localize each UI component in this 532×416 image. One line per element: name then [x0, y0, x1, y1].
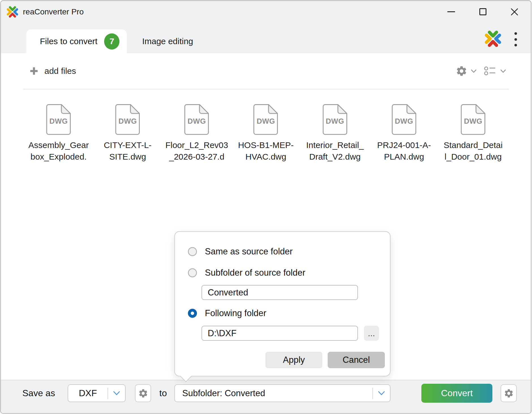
file-type-label: DWG — [184, 117, 209, 126]
file-type-label: DWG — [253, 117, 278, 126]
file-type-label: DWG — [115, 117, 140, 126]
file-item[interactable]: DWG Floor_L2_Rev03 _2026-03-27.d — [163, 104, 230, 162]
dwg-file-icon: DWG — [46, 104, 71, 135]
file-name: Floor_L2_Rev03 _2026-03-27.d — [165, 139, 228, 162]
file-item[interactable]: DWG CITY-EXT-L- SITE.dwg — [94, 104, 161, 162]
list-view-icon — [484, 66, 497, 76]
dwg-file-icon: DWG — [322, 104, 348, 135]
file-type-label: DWG — [460, 117, 486, 126]
file-item[interactable]: DWG Standard_Detai l_Door_01.dwg — [440, 104, 507, 162]
dwg-file-icon: DWG — [184, 104, 209, 135]
to-label: to — [159, 384, 167, 402]
files-toolbar: add files — [1, 53, 531, 89]
file-name: Assembly_Gear box_Exploded. — [28, 139, 89, 162]
output-format-dropdown[interactable]: DXF — [68, 384, 126, 402]
file-item[interactable]: DWG PRJ24-001-A- PLAN.dwg — [371, 104, 437, 162]
chevron-down-icon — [373, 391, 390, 396]
output-format-value: DXF — [68, 388, 108, 398]
menu-button[interactable] — [510, 32, 521, 47]
gear-icon — [138, 388, 148, 398]
tab-strip: Files to convert 7 Image editing — [1, 23, 531, 53]
file-grid: DWG Assembly_Gear box_Exploded. DWG CITY… — [25, 104, 507, 162]
minimize-button[interactable] — [440, 3, 462, 20]
file-item[interactable]: DWG Assembly_Gear box_Exploded. — [25, 104, 92, 162]
radio-label: Following folder — [205, 308, 266, 318]
file-count-badge: 7 — [104, 33, 119, 50]
dwg-file-icon: DWG — [460, 104, 486, 135]
file-name: HOS-B1-MEP- HVAC.dwg — [238, 139, 294, 162]
add-files-button[interactable]: add files — [29, 66, 76, 76]
radio-same-as-source[interactable]: Same as source folder — [188, 246, 293, 257]
toolbar-divider — [23, 89, 509, 89]
file-item[interactable]: DWG Interior_Retail_ Draft_V2.dwg — [302, 104, 368, 162]
gear-icon — [456, 65, 467, 77]
file-name: CITY-EXT-L- SITE.dwg — [104, 139, 152, 162]
subfolder-name-input[interactable] — [201, 285, 358, 300]
radio-icon — [188, 247, 197, 256]
add-files-label: add files — [44, 66, 76, 76]
title-bar[interactable]: reaConverter Pro — [1, 1, 531, 23]
brand-logo-icon — [483, 29, 503, 48]
close-button[interactable] — [503, 3, 526, 20]
cancel-button[interactable]: Cancel — [328, 352, 385, 368]
chevron-down-icon — [108, 391, 125, 396]
gear-icon — [504, 388, 514, 398]
view-options-dropdown-button[interactable] — [484, 66, 506, 76]
file-type-label: DWG — [46, 117, 71, 126]
file-type-label: DWG — [391, 117, 417, 126]
convert-button[interactable]: Convert — [421, 384, 492, 403]
settings-dropdown-button[interactable] — [456, 65, 477, 77]
app-window: reaConverter Pro Files to convert 7 Imag… — [0, 0, 531, 414]
tab-label: Files to convert — [40, 37, 97, 46]
dwg-file-icon: DWG — [391, 104, 417, 135]
destination-folder-popup: Same as source folder Subfolder of sourc… — [174, 231, 391, 376]
radio-label: Subfolder of source folder — [205, 268, 305, 278]
minimize-icon — [447, 11, 455, 12]
app-logo-icon — [6, 5, 19, 18]
chevron-down-icon — [500, 69, 506, 73]
file-name: Standard_Detai l_Door_01.dwg — [444, 139, 503, 162]
radio-following-folder[interactable]: Following folder — [188, 308, 266, 318]
tab-label: Image editing — [142, 37, 193, 46]
file-name: PRJ24-001-A- PLAN.dwg — [377, 139, 431, 162]
destination-dropdown[interactable]: Subfolder: Converted — [174, 384, 391, 402]
plus-icon — [29, 66, 39, 76]
apply-button[interactable]: Apply — [265, 352, 322, 368]
dwg-file-icon: DWG — [115, 104, 140, 135]
radio-subfolder-of-source[interactable]: Subfolder of source folder — [188, 268, 305, 278]
bottom-bar: Save as DXF to Subfolder: Converted Conv… — [1, 380, 531, 413]
maximize-button[interactable] — [471, 3, 494, 20]
save-as-label: Save as — [22, 384, 55, 402]
close-icon — [510, 8, 519, 16]
radio-icon — [188, 309, 197, 318]
dwg-file-icon: DWG — [253, 104, 278, 135]
kebab-icon — [514, 32, 517, 35]
tab-files-to-convert[interactable]: Files to convert 7 — [26, 29, 127, 53]
format-settings-button[interactable] — [135, 384, 151, 402]
file-type-label: DWG — [322, 117, 348, 126]
maximize-icon — [479, 8, 486, 15]
conversion-settings-button[interactable] — [501, 384, 517, 402]
chevron-down-icon — [471, 69, 477, 73]
file-name: Interior_Retail_ Draft_V2.dwg — [306, 139, 364, 162]
radio-label: Same as source folder — [205, 246, 293, 257]
radio-icon — [188, 268, 197, 277]
destination-value: Subfolder: Converted — [175, 388, 372, 398]
file-item[interactable]: DWG HOS-B1-MEP- HVAC.dwg — [232, 104, 299, 162]
browse-folder-button[interactable]: ... — [364, 326, 379, 341]
tab-image-editing[interactable]: Image editing — [127, 29, 208, 53]
window-title: reaConverter Pro — [23, 7, 84, 16]
folder-path-input[interactable] — [201, 326, 358, 341]
